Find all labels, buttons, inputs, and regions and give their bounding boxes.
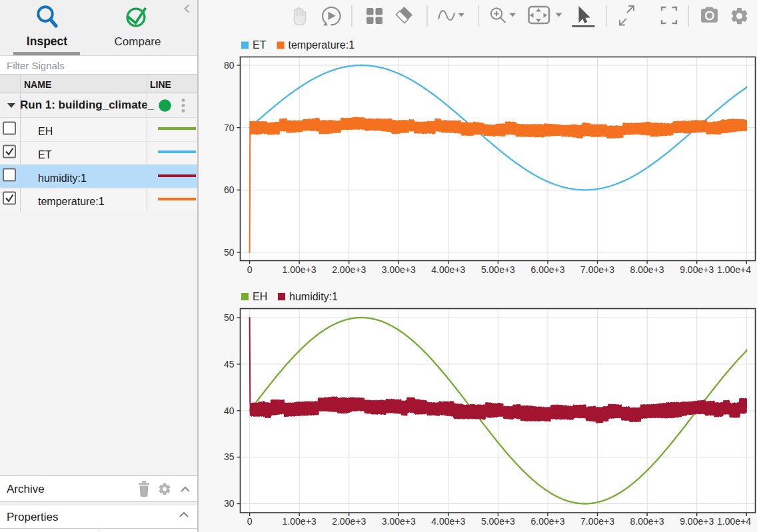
svg-text:45: 45 (224, 359, 235, 370)
svg-text:7.00e+3: 7.00e+3 (580, 516, 614, 527)
svg-text:humidity:1: humidity:1 (289, 291, 338, 302)
svg-text:2.00e+3: 2.00e+3 (332, 516, 366, 527)
svg-text:30: 30 (224, 498, 235, 509)
svg-text:35: 35 (224, 451, 235, 462)
svg-text:4.00e+3: 4.00e+3 (431, 516, 465, 527)
svg-text:40: 40 (224, 405, 235, 416)
svg-text:3.00e+3: 3.00e+3 (382, 516, 416, 527)
svg-text:EH: EH (253, 291, 267, 302)
svg-text:9.00e+3: 9.00e+3 (680, 516, 714, 527)
svg-text:6.00e+3: 6.00e+3 (531, 516, 565, 527)
svg-text:0: 0 (247, 516, 253, 527)
svg-text:8.00e+3: 8.00e+3 (630, 516, 664, 527)
svg-text:5.00e+3: 5.00e+3 (481, 516, 515, 527)
svg-text:1.00e+4: 1.00e+4 (717, 516, 751, 527)
svg-text:50: 50 (224, 312, 235, 323)
svg-text:1.00e+3: 1.00e+3 (283, 516, 317, 527)
